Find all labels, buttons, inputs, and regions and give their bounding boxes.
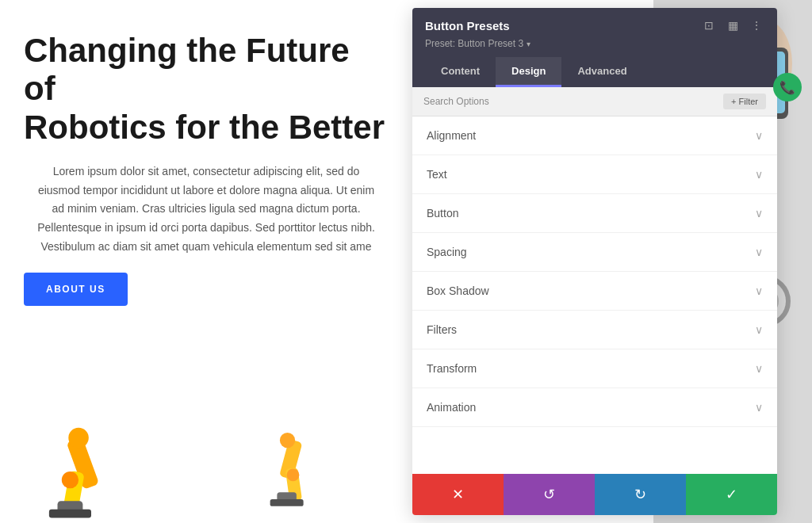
- accordion-button-label: Button: [427, 207, 458, 220]
- grid-icon[interactable]: ▦: [725, 17, 741, 33]
- panel-preset-chevron: ▾: [527, 40, 530, 48]
- accordion-alignment-label: Alignment: [427, 129, 476, 142]
- panel-preset-selector[interactable]: Preset: Button Preset 3 ▾: [425, 38, 764, 49]
- accordion-transform-label: Transform: [427, 362, 477, 375]
- panel-preset-label: Preset: Button Preset 3: [425, 38, 523, 49]
- undo-button[interactable]: ↺: [504, 474, 595, 515]
- svg-point-9: [287, 469, 300, 482]
- phone-button[interactable]: 📞: [773, 73, 802, 101]
- hero-body-text: Lorem ipsum dolor sit amet, consectetur …: [24, 162, 389, 257]
- accordion-transform[interactable]: Transform ∨: [412, 349, 777, 388]
- redo-button[interactable]: ↻: [595, 474, 686, 515]
- panel-title: Button Presets: [425, 19, 510, 32]
- svg-point-2: [68, 428, 89, 449]
- tab-advanced[interactable]: Advanced: [561, 57, 642, 87]
- accordion-transform-chevron: ∨: [755, 362, 763, 375]
- svg-rect-11: [270, 499, 304, 506]
- accordion-button-chevron: ∨: [755, 207, 763, 220]
- hero-section: Changing the Future of Robotics for the …: [0, 0, 412, 523]
- cancel-icon: ✕: [452, 486, 464, 503]
- save-icon: ✓: [726, 486, 737, 503]
- tab-content[interactable]: Content: [425, 57, 496, 87]
- accordion-animation[interactable]: Animation ∨: [412, 388, 777, 427]
- about-us-button[interactable]: ABOUT US: [24, 273, 128, 306]
- more-options-icon[interactable]: ⋮: [749, 17, 764, 33]
- svg-rect-5: [49, 510, 91, 518]
- accordion-text[interactable]: Text ∨: [412, 155, 777, 194]
- hero-title: Changing the Future of Robotics for the …: [24, 32, 389, 147]
- accordion-alignment[interactable]: Alignment ∨: [412, 116, 777, 155]
- accordion-filters-label: Filters: [427, 323, 457, 336]
- button-presets-panel: Button Presets ⊡ ▦ ⋮ Preset: Button Pres…: [412, 8, 777, 515]
- panel-header-icons: ⊡ ▦ ⋮: [701, 17, 764, 33]
- robot-arm-left-decoration: [24, 420, 159, 523]
- filter-button[interactable]: + Filter: [723, 94, 766, 109]
- accordion-alignment-chevron: ∨: [755, 129, 763, 142]
- panel-accordion-list: Alignment ∨ Text ∨ Button ∨ Spacing ∨ Bo…: [412, 116, 777, 474]
- accordion-spacing[interactable]: Spacing ∨: [412, 233, 777, 272]
- robot-arm-right-decoration: [246, 420, 357, 523]
- accordion-filters-chevron: ∨: [755, 323, 763, 336]
- accordion-text-label: Text: [427, 168, 447, 181]
- panel-footer: ✕ ↺ ↻ ✓: [412, 474, 777, 515]
- panel-header-top: Button Presets ⊡ ▦ ⋮: [425, 17, 764, 33]
- panel-tabs: Content Design Advanced: [425, 57, 764, 87]
- search-options-label: Search Options: [423, 96, 489, 107]
- phone-icon: 📞: [779, 80, 795, 95]
- accordion-button[interactable]: Button ∨: [412, 194, 777, 233]
- accordion-spacing-chevron: ∨: [755, 246, 763, 258]
- panel-search-bar: Search Options + Filter: [412, 87, 777, 116]
- accordion-filters[interactable]: Filters ∨: [412, 311, 777, 349]
- redo-icon: ↻: [634, 486, 646, 503]
- hero-title-line2: Robotics for the Better: [24, 109, 385, 146]
- accordion-text-chevron: ∨: [755, 168, 763, 181]
- cancel-button[interactable]: ✕: [412, 474, 504, 515]
- hero-title-line1: Changing the Future of: [24, 32, 350, 107]
- svg-point-8: [280, 433, 295, 448]
- accordion-box-shadow-chevron: ∨: [755, 284, 763, 297]
- accordion-box-shadow[interactable]: Box Shadow ∨: [412, 272, 777, 311]
- tab-design[interactable]: Design: [496, 57, 561, 87]
- svg-point-3: [62, 471, 79, 488]
- accordion-animation-label: Animation: [427, 401, 476, 414]
- save-button[interactable]: ✓: [686, 474, 777, 515]
- accordion-spacing-label: Spacing: [427, 246, 467, 258]
- panel-header: Button Presets ⊡ ▦ ⋮ Preset: Button Pres…: [412, 8, 777, 87]
- resize-icon[interactable]: ⊡: [701, 17, 717, 33]
- undo-icon: ↺: [543, 486, 555, 503]
- accordion-animation-chevron: ∨: [755, 401, 763, 414]
- accordion-box-shadow-label: Box Shadow: [427, 284, 489, 297]
